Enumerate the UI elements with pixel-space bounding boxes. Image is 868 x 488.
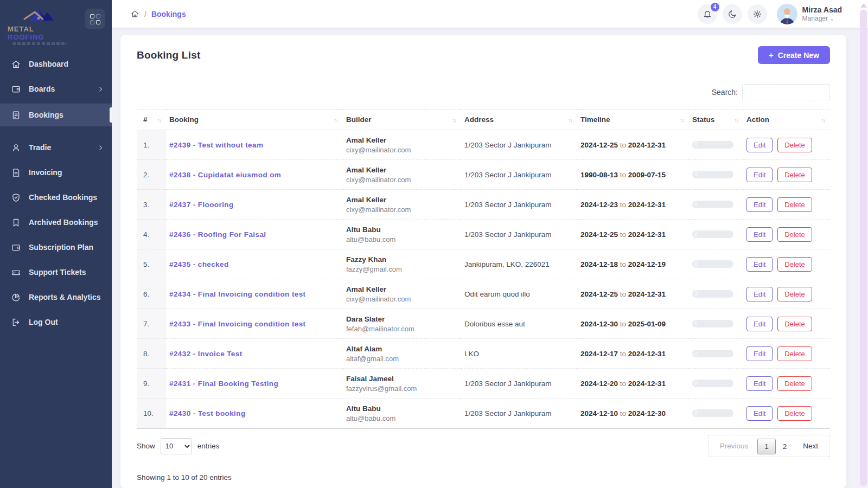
user-menu[interactable]: Mirza Asad Manager ⌄ (777, 4, 842, 24)
dark-mode-button[interactable] (723, 4, 742, 24)
timeline-cell: 2024-12-25 to 2024-12-31 (577, 279, 689, 309)
breadcrumb-current[interactable]: Bookings (151, 10, 186, 18)
progress-bar: 0 (692, 201, 733, 208)
sort-icon[interactable]: ↑↓ (680, 117, 686, 123)
scrollbar-thumb[interactable] (860, 10, 867, 486)
page-button-1[interactable]: 1 (757, 439, 776, 454)
column-header-address[interactable]: Address ↑↓ (461, 110, 577, 130)
column-header-action[interactable]: Action ↑↓ (743, 110, 830, 130)
booking-link[interactable]: #2437 - Floooring (169, 201, 234, 209)
booking-link[interactable]: #2433 - Final Invoicing condition test (169, 320, 306, 328)
sidebar-item-log-out[interactable]: Log Out (0, 312, 112, 332)
booking-link[interactable]: #2434 - Final Invoicing condition test (169, 290, 306, 298)
delete-button[interactable]: Delete (777, 406, 812, 421)
row-number: 8. (137, 339, 166, 369)
sort-icon[interactable]: ↑↓ (734, 117, 740, 123)
timeline-cell: 2024-12-18 to 2024-12-19 (577, 249, 689, 279)
sidebar-item-bookings[interactable]: Bookings (0, 104, 112, 126)
sidebar-item-archived-bookings[interactable]: Archived Bookings (0, 212, 112, 233)
builder-name: Dara Slater (346, 315, 458, 323)
delete-button[interactable]: Delete (777, 138, 812, 152)
sidebar-item-invoicing[interactable]: Invoicing (0, 162, 112, 183)
bookmark-icon (11, 217, 21, 228)
settings-button[interactable] (748, 4, 767, 24)
booking-link[interactable]: #2431 - Final Booking Testing (169, 380, 278, 388)
table-row: 10. #2430 - Test booking Altu Babu altu@… (137, 399, 830, 428)
create-new-button[interactable]: + Create New (758, 46, 830, 64)
edit-button[interactable]: Edit (746, 168, 773, 182)
edit-button[interactable]: Edit (746, 197, 773, 212)
edit-button[interactable]: Edit (746, 406, 773, 421)
delete-button[interactable]: Delete (777, 317, 812, 331)
sort-icon[interactable]: ↑↓ (334, 117, 340, 123)
sidebar-item-dashboard[interactable]: Dashboard (0, 54, 112, 74)
edit-button[interactable]: Edit (746, 376, 773, 391)
timeline-cell: 2024-12-30 to 2025-01-09 (577, 309, 689, 339)
sidebar-item-reports-analytics[interactable]: Reports & Analytics (0, 287, 112, 307)
row-number: 4. (137, 220, 166, 249)
sidebar-item-checked-bookings[interactable]: Checked Bookings (0, 187, 112, 208)
delete-button[interactable]: Delete (777, 197, 812, 212)
previous-page-button[interactable]: Previous (713, 438, 756, 454)
booking-link[interactable]: #2435 - checked (169, 260, 229, 268)
row-number: 1. (137, 130, 166, 160)
timeline-end: 2024-12-30 (628, 409, 666, 418)
scroll-up-arrow-icon[interactable] (860, 3, 867, 8)
company-logo[interactable]: METAL ROOFING (8, 5, 72, 45)
sidebar-item-subscription-plan[interactable]: Subscription Plan (0, 237, 112, 258)
delete-button[interactable]: Delete (777, 376, 812, 391)
timeline-start: 2024-12-17 (580, 350, 618, 358)
page-size-group: Show 10 entries (137, 438, 219, 454)
progress-bar: 0 (692, 171, 733, 178)
sidebar-item-boards[interactable]: Boards (0, 79, 112, 99)
next-page-button[interactable]: Next (796, 438, 825, 454)
column-header-status[interactable]: Status ↑↓ (689, 110, 743, 130)
column-header-builder[interactable]: Builder ↑↓ (343, 110, 461, 130)
home-icon[interactable] (130, 9, 139, 18)
booking-link[interactable]: #2439 - Test without team (169, 141, 263, 149)
edit-button[interactable]: Edit (746, 257, 773, 272)
sort-icon[interactable]: ↑↓ (821, 117, 827, 123)
page-scrollbar[interactable] (860, 0, 867, 488)
delete-button[interactable]: Delete (777, 227, 812, 242)
notification-badge: 4 (711, 3, 719, 11)
address-cell: 1/203 Sector J Jankipuram (461, 160, 577, 190)
edit-button[interactable]: Edit (746, 227, 773, 242)
sort-icon[interactable]: ↑↓ (157, 117, 163, 123)
delete-button[interactable]: Delete (777, 257, 812, 272)
page-size-select[interactable]: 10 (161, 438, 192, 454)
delete-button[interactable]: Delete (777, 287, 812, 301)
edit-button[interactable]: Edit (746, 346, 773, 361)
edit-button[interactable]: Edit (746, 287, 773, 301)
booking-link[interactable]: #2438 - Cupidatat eiusmod om (169, 171, 281, 179)
address-cell: 1/203 Sector J Jankipuram (461, 130, 577, 160)
search-input[interactable] (742, 84, 830, 100)
sidebar-item-tradie[interactable]: Tradie (0, 137, 112, 158)
booking-link[interactable]: #2432 - Invoice Test (169, 350, 242, 358)
page-button-2[interactable]: 2 (776, 439, 794, 454)
column-header-booking[interactable]: Booking ↑↓ (166, 110, 343, 130)
column-header-timeline[interactable]: Timeline ↑↓ (577, 110, 689, 130)
edit-button[interactable]: Edit (746, 138, 773, 152)
column-header-num[interactable]: # ↑↓ (137, 110, 166, 130)
progress-value: 0 (694, 380, 698, 386)
sort-icon[interactable]: ↑↓ (568, 117, 574, 123)
sort-icon[interactable]: ↑↓ (452, 117, 458, 123)
timeline-end: 2024-12-19 (628, 260, 666, 268)
sidebar-item-support-tickets[interactable]: Support Tickets (0, 262, 112, 282)
delete-button[interactable]: Delete (777, 168, 812, 182)
builder-email: altu@babu.com (346, 414, 458, 422)
table-row: 2. #2438 - Cupidatat eiusmod om Amal Kel… (137, 160, 830, 190)
delete-button[interactable]: Delete (777, 346, 812, 361)
booking-link[interactable]: #2436 - Roofing For Faisal (169, 230, 266, 239)
booking-link[interactable]: #2430 - Test booking (169, 409, 246, 418)
notifications-button[interactable]: 4 (698, 4, 717, 24)
timeline-start: 2024-12-25 (580, 290, 618, 298)
progress-bar: 0 (692, 320, 733, 328)
board-icon (11, 84, 21, 94)
sidebar: METAL ROOFING Dashboard Boards Bookings (0, 0, 112, 488)
apps-grid-button[interactable] (85, 9, 105, 29)
builder-email: cixy@mailinator.com (346, 146, 458, 154)
edit-button[interactable]: Edit (746, 317, 773, 331)
builder-name: Faisal Jameel (346, 375, 458, 383)
